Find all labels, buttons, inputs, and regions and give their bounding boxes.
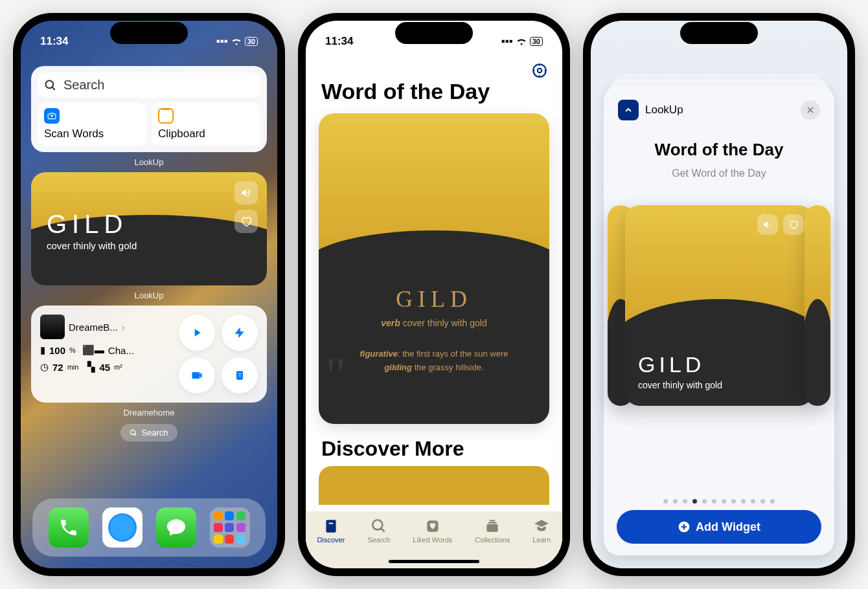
svg-line-6	[135, 434, 137, 436]
page-dot[interactable]	[683, 499, 687, 504]
section-title: Discover More	[306, 424, 562, 466]
search-placeholder: Search	[63, 78, 104, 93]
svg-line-1	[52, 87, 55, 89]
app-icon	[618, 100, 639, 120]
speaker-icon	[762, 219, 773, 230]
close-button[interactable]	[801, 100, 820, 120]
svg-rect-24	[490, 520, 496, 521]
tab-discover[interactable]: Discover	[317, 518, 345, 544]
dynamic-island	[395, 22, 473, 44]
page-dot[interactable]	[673, 499, 678, 504]
tab-collections[interactable]: Collections	[475, 518, 510, 544]
page-dot[interactable]	[663, 499, 668, 504]
message-icon	[165, 517, 187, 539]
svg-point-5	[131, 430, 135, 434]
word-card[interactable]: GILD verb cover thinly with gold figurat…	[319, 113, 549, 424]
battery-icon: ▮	[40, 344, 45, 356]
like-button[interactable]	[234, 210, 258, 233]
page-dot[interactable]	[702, 499, 707, 504]
settings-button[interactable]	[531, 62, 548, 82]
plug-icon: ⬛▬	[82, 344, 104, 356]
tab-learn[interactable]: Learn	[532, 518, 551, 544]
speak-button[interactable]	[757, 214, 778, 235]
safari-icon	[106, 511, 139, 544]
clipboard-button[interactable]: Clipboard	[152, 103, 260, 146]
search-icon	[130, 429, 137, 437]
camera-icon	[44, 108, 60, 124]
card-example: figurative: the first rays of the sun we…	[332, 348, 536, 375]
wifi-icon	[516, 37, 527, 46]
phone-app-open: 11:34 ▪▪▪ 30 Word of the Day GILD verb c…	[298, 13, 570, 576]
device-name: DreameB...	[69, 322, 118, 333]
like-button[interactable]	[783, 214, 804, 235]
search-field[interactable]: Search	[38, 72, 260, 98]
widget-label: Dreamehome	[31, 408, 267, 417]
app-folder[interactable]	[210, 507, 250, 548]
widget-preview[interactable]: GILD cover thinly with gold	[625, 205, 813, 406]
safari-app[interactable]	[102, 507, 143, 548]
spotlight-search[interactable]: Search	[120, 424, 177, 441]
search-icon	[371, 518, 387, 535]
speak-button[interactable]	[234, 181, 258, 205]
word-of-day-widget[interactable]: GILD cover thinly with gold	[31, 172, 267, 285]
gear-icon	[531, 62, 548, 79]
card-word: GILD	[332, 285, 536, 313]
page-dot[interactable]	[731, 499, 736, 504]
stack-icon	[484, 518, 501, 535]
wifi-icon	[231, 37, 242, 46]
dreamehome-widget[interactable]: DreameB... › ▮ 100% ⬛▬ Cha... ◷ 72min	[31, 306, 267, 403]
status-time: 11:34	[325, 35, 353, 48]
map-button[interactable]	[222, 357, 258, 394]
heart-icon	[240, 216, 252, 227]
video-icon	[190, 369, 203, 382]
dock	[32, 498, 266, 557]
svg-point-11	[538, 69, 542, 73]
phone-app[interactable]	[49, 507, 89, 548]
search-icon	[44, 79, 57, 92]
svg-rect-2	[236, 371, 243, 379]
signal-icon: ▪▪▪	[216, 35, 228, 48]
dynamic-island	[110, 22, 188, 44]
tab-liked[interactable]: Liked Words	[413, 518, 452, 544]
page-dot[interactable]	[760, 499, 765, 504]
heart-icon	[424, 518, 441, 535]
discover-card[interactable]	[319, 466, 549, 505]
svg-point-12	[533, 64, 546, 77]
widget-preview-next[interactable]	[805, 205, 830, 406]
add-widget-button[interactable]: Add Widget	[617, 510, 821, 544]
svg-rect-22	[487, 524, 498, 532]
clock-icon: ◷	[40, 361, 49, 373]
page-dot[interactable]	[712, 499, 716, 504]
page-dot[interactable]	[741, 499, 746, 504]
tab-search[interactable]: Search	[367, 518, 390, 544]
lookup-search-widget[interactable]: Search Scan Words	[31, 66, 267, 152]
phone-widget-gallery: LookUp Word of the Day Get Word of the D…	[583, 13, 855, 576]
home-indicator[interactable]	[389, 560, 479, 563]
svg-point-0	[46, 80, 54, 88]
battery-icon: 30	[245, 37, 258, 46]
messages-app[interactable]	[156, 507, 196, 548]
charge-button[interactable]	[222, 315, 258, 351]
signal-icon: ▪▪▪	[501, 35, 513, 48]
camera-button[interactable]	[179, 357, 215, 394]
close-icon	[806, 106, 815, 115]
page-dot[interactable]	[692, 499, 697, 504]
app-name: LookUp	[645, 104, 683, 117]
gallery-subtitle: Get Word of the Day	[618, 168, 820, 179]
scan-words-button[interactable]: Scan Words	[38, 103, 146, 146]
play-icon	[190, 326, 203, 339]
svg-rect-17	[326, 520, 336, 533]
page-dot[interactable]	[751, 499, 755, 504]
status-time: 11:34	[40, 35, 68, 48]
phone-homescreen: 11:34 ▪▪▪ 30 Search	[13, 13, 285, 576]
page-dot[interactable]	[770, 499, 775, 504]
play-button[interactable]	[179, 315, 215, 351]
area-icon: ▚	[87, 361, 95, 373]
card-definition: verb cover thinly with gold	[332, 318, 536, 328]
gallery-title: Word of the Day	[618, 140, 820, 160]
page-dots[interactable]	[604, 499, 834, 504]
vacuum-image	[40, 315, 65, 339]
page-dot[interactable]	[722, 499, 726, 504]
bolt-icon	[233, 326, 246, 339]
widget-definition: cover thinly with gold	[47, 240, 137, 251]
